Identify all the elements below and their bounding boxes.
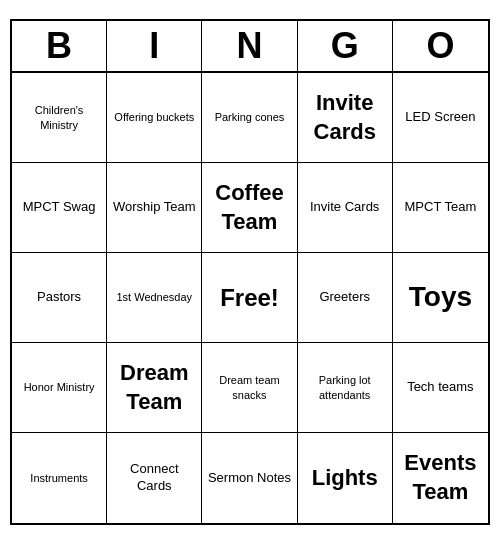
bingo-header: B I N G O	[12, 21, 488, 73]
header-o: O	[393, 21, 488, 71]
bingo-cell-8: Invite Cards	[298, 163, 393, 253]
bingo-cell-0: Children's Ministry	[12, 73, 107, 163]
bingo-cell-15: Honor Ministry	[12, 343, 107, 433]
bingo-cell-24: Events Team	[393, 433, 488, 523]
bingo-cell-14: Toys	[393, 253, 488, 343]
header-g: G	[298, 21, 393, 71]
bingo-cell-23: Lights	[298, 433, 393, 523]
bingo-cell-21: Connect Cards	[107, 433, 202, 523]
bingo-cell-4: LED Screen	[393, 73, 488, 163]
bingo-grid: Children's MinistryOffering bucketsParki…	[12, 73, 488, 523]
bingo-cell-16: Dream Team	[107, 343, 202, 433]
bingo-cell-10: Pastors	[12, 253, 107, 343]
bingo-cell-17: Dream team snacks	[202, 343, 297, 433]
bingo-cell-22: Sermon Notes	[202, 433, 297, 523]
bingo-cell-5: MPCT Swag	[12, 163, 107, 253]
header-b: B	[12, 21, 107, 71]
bingo-cell-11: 1st Wednesday	[107, 253, 202, 343]
bingo-cell-13: Greeters	[298, 253, 393, 343]
bingo-cell-20: Instruments	[12, 433, 107, 523]
bingo-cell-12: Free!	[202, 253, 297, 343]
bingo-cell-6: Worship Team	[107, 163, 202, 253]
bingo-cell-9: MPCT Team	[393, 163, 488, 253]
bingo-cell-7: Coffee Team	[202, 163, 297, 253]
bingo-cell-1: Offering buckets	[107, 73, 202, 163]
header-i: I	[107, 21, 202, 71]
bingo-cell-2: Parking cones	[202, 73, 297, 163]
bingo-cell-19: Tech teams	[393, 343, 488, 433]
bingo-cell-3: Invite Cards	[298, 73, 393, 163]
header-n: N	[202, 21, 297, 71]
bingo-cell-18: Parking lot attendants	[298, 343, 393, 433]
bingo-card: B I N G O Children's MinistryOffering bu…	[10, 19, 490, 525]
